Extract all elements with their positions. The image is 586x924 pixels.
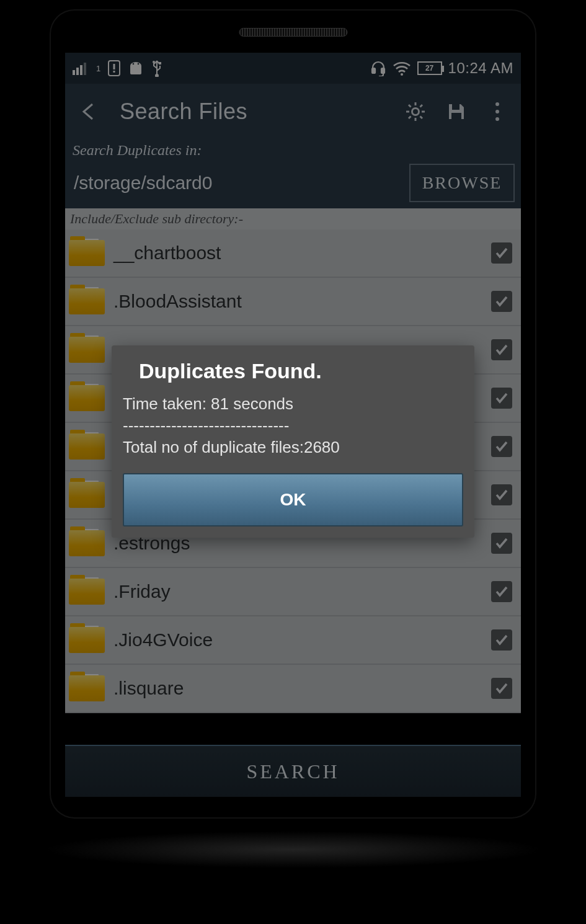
- svg-point-7: [133, 63, 135, 65]
- screen: 1 27 10:24 AM: [65, 53, 521, 797]
- duplicates-dialog: Duplicates Found. Time taken: 81 seconds…: [112, 345, 474, 538]
- ground-shadow: [43, 831, 543, 868]
- folder-checkbox[interactable]: [491, 388, 512, 409]
- svg-rect-10: [159, 62, 161, 64]
- svg-rect-17: [451, 113, 461, 119]
- dialog-ok-button[interactable]: OK: [123, 473, 463, 526]
- folder-checkbox[interactable]: [491, 484, 512, 505]
- svg-point-14: [401, 73, 403, 76]
- svg-rect-5: [113, 64, 115, 69]
- folder-icon: [69, 337, 105, 363]
- browse-button[interactable]: BROWSE: [409, 164, 515, 202]
- svg-point-11: [153, 61, 155, 63]
- folder-checkbox[interactable]: [491, 581, 512, 602]
- folder-icon: [69, 530, 105, 556]
- wifi-icon: [393, 61, 411, 76]
- folder-icon: [69, 675, 105, 701]
- search-duplicates-label: Search Duplicates in:: [71, 140, 515, 164]
- path-input[interactable]: [71, 164, 403, 202]
- battery-icon: 27: [417, 61, 442, 75]
- battery-level: 27: [425, 64, 433, 73]
- svg-rect-2: [80, 65, 82, 75]
- sim-warning-icon: [108, 60, 120, 76]
- signal-icon: [73, 61, 89, 75]
- folder-row[interactable]: .lisquare: [65, 665, 521, 713]
- svg-point-8: [138, 63, 140, 65]
- folder-checkbox[interactable]: [491, 339, 512, 360]
- folder-checkbox[interactable]: [491, 678, 512, 699]
- svg-point-19: [495, 110, 499, 113]
- folder-checkbox[interactable]: [491, 291, 512, 312]
- folder-icon: [69, 288, 105, 314]
- folder-row[interactable]: .Jio4GVoice: [65, 616, 521, 665]
- folder-name: .Jio4GVoice: [113, 629, 482, 651]
- svg-rect-13: [381, 68, 384, 73]
- folder-row[interactable]: .Friday: [65, 568, 521, 616]
- svg-point-9: [156, 74, 158, 77]
- headset-icon: [370, 60, 386, 76]
- status-clock: 10:24 AM: [448, 60, 513, 77]
- app-bar: Search Files: [65, 84, 521, 140]
- svg-rect-0: [73, 70, 75, 75]
- folder-icon: [69, 240, 105, 266]
- dialog-time-line: Time taken: 81 seconds: [123, 393, 463, 415]
- dialog-body: Time taken: 81 seconds -----------------…: [123, 393, 463, 458]
- page-title: Search Files: [120, 99, 387, 125]
- folder-checkbox[interactable]: [491, 242, 512, 264]
- usb-icon: [151, 60, 162, 77]
- device-frame: 1 27 10:24 AM: [50, 9, 536, 819]
- save-icon[interactable]: [444, 99, 469, 124]
- svg-rect-1: [76, 68, 79, 75]
- svg-rect-3: [84, 63, 86, 75]
- search-button[interactable]: SEARCH: [65, 745, 521, 797]
- folder-checkbox[interactable]: [491, 436, 512, 457]
- svg-point-18: [495, 102, 499, 106]
- folder-icon: [69, 579, 105, 605]
- svg-point-20: [495, 117, 499, 121]
- android-icon: [128, 61, 144, 76]
- dialog-total-line: Total no of duplicate files:2680: [123, 437, 463, 458]
- phone-speaker: [239, 28, 347, 37]
- status-bar: 1 27 10:24 AM: [65, 53, 521, 84]
- search-area: Search Duplicates in: BROWSE: [65, 140, 521, 208]
- folder-row[interactable]: .BloodAssistant: [65, 278, 521, 326]
- folder-checkbox[interactable]: [491, 629, 512, 651]
- svg-point-15: [412, 109, 419, 115]
- svg-rect-6: [113, 71, 115, 73]
- sim-1-icon: 1: [96, 64, 100, 73]
- folder-name: .lisquare: [113, 678, 482, 699]
- svg-rect-16: [452, 104, 459, 110]
- overflow-menu-icon[interactable]: [485, 99, 510, 124]
- folder-icon: [69, 385, 105, 411]
- dialog-title: Duplicates Found.: [139, 359, 463, 383]
- folder-icon: [69, 433, 105, 460]
- folder-name: __chartboost: [113, 242, 482, 264]
- folder-icon: [69, 627, 105, 653]
- settings-icon[interactable]: [403, 99, 428, 124]
- dialog-separator: -------------------------------: [123, 415, 463, 437]
- folder-checkbox[interactable]: [491, 533, 512, 554]
- folder-name: .Friday: [113, 581, 482, 602]
- include-exclude-label: Include/Exclude sub directory:-: [65, 208, 521, 229]
- folder-row[interactable]: __chartboost: [65, 229, 521, 278]
- folder-icon: [69, 482, 105, 508]
- folder-name: .BloodAssistant: [113, 291, 482, 312]
- svg-rect-12: [372, 68, 375, 73]
- back-icon[interactable]: [76, 99, 101, 124]
